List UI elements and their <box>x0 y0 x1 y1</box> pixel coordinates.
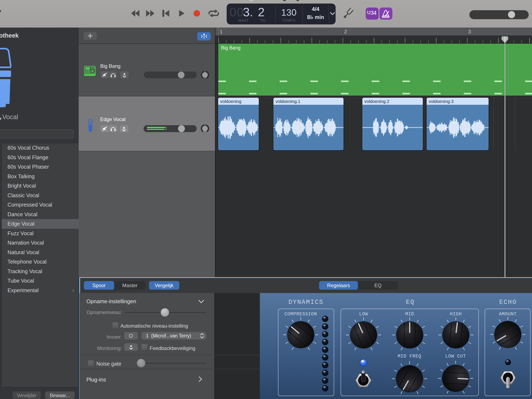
svg-text:MID: MID <box>405 311 414 317</box>
svg-text:DYNAMICS: DYNAMICS <box>288 299 323 306</box>
svg-text:AMOUNT: AMOUNT <box>499 311 517 317</box>
svg-text:EQ: EQ <box>406 299 415 306</box>
svg-text:MID FREQ: MID FREQ <box>398 354 421 359</box>
svg-text:HIGH: HIGH <box>450 311 462 317</box>
svg-text:LOW CUT: LOW CUT <box>445 354 466 359</box>
svg-text:LOW: LOW <box>359 311 368 317</box>
svg-text:COMPRESSION: COMPRESSION <box>285 311 317 317</box>
svg-text:ECHO: ECHO <box>499 299 517 306</box>
